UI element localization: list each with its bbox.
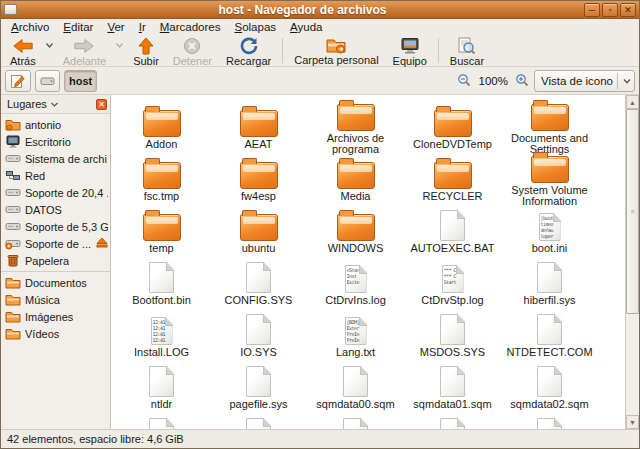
file-pagefile-sys[interactable]: pagefile.sys — [210, 363, 307, 415]
file-boot-ini[interactable]: [boottimeodefauloperboot.ini — [501, 207, 598, 259]
toolbar-recargar-button[interactable]: Recargar — [219, 35, 278, 66]
sidebar-item-papelera[interactable]: Papelera — [1, 252, 110, 269]
folder-documents-and-settings[interactable]: Documents and Settings — [501, 103, 598, 155]
toolbar-buscar-button[interactable]: Buscar — [443, 35, 491, 66]
document-icon — [440, 210, 465, 241]
sidebar-item-antonio[interactable]: antonio — [1, 116, 110, 133]
folder-ubuntu[interactable]: ubuntu — [210, 207, 307, 259]
sidebar-item-label: Soporte de 5,3 GiB — [25, 221, 108, 233]
folder-icon — [337, 214, 375, 241]
zoom-out-button[interactable] — [457, 73, 472, 88]
folder-clonedvdtemp[interactable]: CloneDVDTemp — [404, 103, 501, 155]
file-ctdrvstp-log[interactable]: *** C*** CStartCtDrvStp.log — [404, 259, 501, 311]
toggle-location-entry-button[interactable] — [5, 70, 31, 92]
file-name-label: temp — [149, 243, 173, 254]
file-ntldr[interactable]: ntldr — [113, 363, 210, 415]
file-name-label: IO.SYS — [240, 347, 277, 358]
toolbar-atras-history-chevron[interactable] — [43, 35, 56, 66]
scroll-up-icon[interactable]: ▲ — [626, 95, 639, 109]
maximize-button[interactable]: ▫ — [602, 3, 618, 17]
menu-editar[interactable]: Editar — [57, 20, 99, 34]
sidebar-item-musica[interactable]: Música — [1, 291, 110, 308]
folder-system-volume-information[interactable]: System Volume Information — [501, 155, 598, 207]
drive-icon — [5, 203, 21, 216]
statusbar: 42 elementos, espacio libre: 4,6 GiB — [1, 429, 639, 448]
file-name-label: RECYCLER — [423, 191, 483, 202]
folder-archivos-de-programa[interactable]: Archivos de programa — [307, 103, 404, 155]
file-lang-txt[interactable]: [BIM]ExterPreInPreInLang.txt — [307, 311, 404, 363]
file-io-sys[interactable]: IO.SYS — [210, 311, 307, 363]
root-path-button[interactable] — [35, 70, 60, 92]
file-ctdrvins-log[interactable]: <StarInstExiteCtDrvIns.log — [307, 259, 404, 311]
folder-aeat[interactable]: AEAT — [210, 103, 307, 155]
page-fold — [457, 366, 465, 375]
toolbar-subir-button[interactable]: Subir — [126, 35, 166, 66]
file-item[interactable] — [404, 415, 501, 429]
file-item[interactable] — [307, 415, 404, 429]
folder-fsc-tmp[interactable]: fsc.tmp — [113, 155, 210, 207]
close-button[interactable]: ✕ — [620, 3, 636, 17]
file-item[interactable] — [210, 415, 307, 429]
menu-solapas[interactable]: Solapas — [228, 20, 282, 34]
folder-addon[interactable]: Addon — [113, 103, 210, 155]
sidebar-item-datos[interactable]: DATOS — [1, 201, 110, 218]
file-msdos-sys[interactable]: MSDOS.SYS — [404, 311, 501, 363]
menu-ir[interactable]: Ir — [133, 20, 152, 34]
menu-archivo[interactable]: Archivo — [5, 20, 55, 34]
scrollbar-track[interactable]: ≡ — [626, 109, 639, 415]
minimize-button[interactable]: ─ — [584, 3, 600, 17]
path-button-host[interactable]: host — [64, 70, 97, 92]
file-sqmdata01-sqm[interactable]: sqmdata01.sqm — [404, 363, 501, 415]
menu-ayuda[interactable]: Ayuda — [284, 20, 328, 34]
file-ntdetect-com[interactable]: NTDETECT.COM — [501, 311, 598, 363]
folder-temp[interactable]: temp — [113, 207, 210, 259]
sidebar-item-escritorio[interactable]: Escritorio — [1, 133, 110, 150]
scroll-down-icon[interactable]: ▼ — [626, 415, 639, 429]
file-sqmdata00-sqm[interactable]: sqmdata00.sqm — [307, 363, 404, 415]
folder-icon — [434, 110, 472, 137]
statusbar-text: 42 elementos, espacio libre: 4,6 GiB — [7, 433, 184, 445]
toolbar-equipo-button[interactable]: Equipo — [386, 35, 434, 66]
menu-marcadores[interactable]: Marcadores — [154, 20, 227, 34]
folder-recycler[interactable]: RECYCLER — [404, 155, 501, 207]
network-icon — [5, 169, 21, 182]
page-fold — [457, 210, 465, 219]
sidebar-item-documentos[interactable]: Documentos — [1, 274, 110, 291]
toolbar-atras-button[interactable]: Atrás — [3, 35, 43, 66]
page-fold — [165, 317, 173, 326]
sidebar-item-soporte-de[interactable]: Soporte de ... — [1, 235, 110, 252]
file-item[interactable] — [501, 415, 598, 429]
file-name-label: boot.ini — [532, 243, 567, 254]
sidebar-item-videos[interactable]: Vídeos — [1, 325, 110, 342]
view-mode-dropdown[interactable]: Vista de icono — [534, 70, 635, 92]
file-sqmdata02-sqm[interactable]: sqmdata02.sqm — [501, 363, 598, 415]
file-icon-area — [440, 207, 465, 241]
menu-ver[interactable]: Ver — [101, 20, 130, 34]
titlebar[interactable]: host - Navegador de archivos ─ ▫ ✕ — [1, 1, 639, 19]
folder-fw4esp[interactable]: fw4esp — [210, 155, 307, 207]
document-icon — [537, 314, 562, 345]
sidebar-title-dropdown[interactable]: Lugares — [4, 98, 47, 110]
sidebar-item-imagenes[interactable]: Imágenes — [1, 308, 110, 325]
scrollbar-thumb[interactable]: ≡ — [626, 109, 639, 314]
sidebar-item-soporte-de-5-3-gib[interactable]: Soporte de 5,3 GiB — [1, 218, 110, 235]
file-autoexec-bat[interactable]: AUTOEXEC.BAT — [404, 207, 501, 259]
sidebar-item-soporte-de-20-4[interactable]: Soporte de 20,4 ... — [1, 184, 110, 201]
vertical-scrollbar[interactable]: ▲ ≡ ▼ — [625, 95, 639, 429]
sidebar-close-icon[interactable]: ✕ — [96, 99, 107, 110]
chevron-down-icon — [622, 77, 632, 85]
toolbar-carpeta-personal-button[interactable]: Carpeta personal — [287, 35, 385, 66]
folder-media[interactable]: Media — [307, 155, 404, 207]
file-hiberfil-sys[interactable]: hiberfil.sys — [501, 259, 598, 311]
file-icon-area — [531, 155, 569, 183]
file-item[interactable] — [113, 415, 210, 429]
zoom-in-button[interactable] — [515, 73, 530, 88]
file-config-sys[interactable]: CONFIG.SYS — [210, 259, 307, 311]
sidebar-item-red[interactable]: Red — [1, 167, 110, 184]
folder-windows[interactable]: WINDOWS — [307, 207, 404, 259]
file-install-log[interactable]: 12:4112:4112:4112:41Install.LOG — [113, 311, 210, 363]
eject-icon[interactable] — [96, 237, 108, 250]
sidebar-item-sistema-de-archi[interactable]: Sistema de archi... — [1, 150, 110, 167]
file-bootfont-bin[interactable]: Bootfont.bin — [113, 259, 210, 311]
file-icon-area — [149, 259, 174, 293]
